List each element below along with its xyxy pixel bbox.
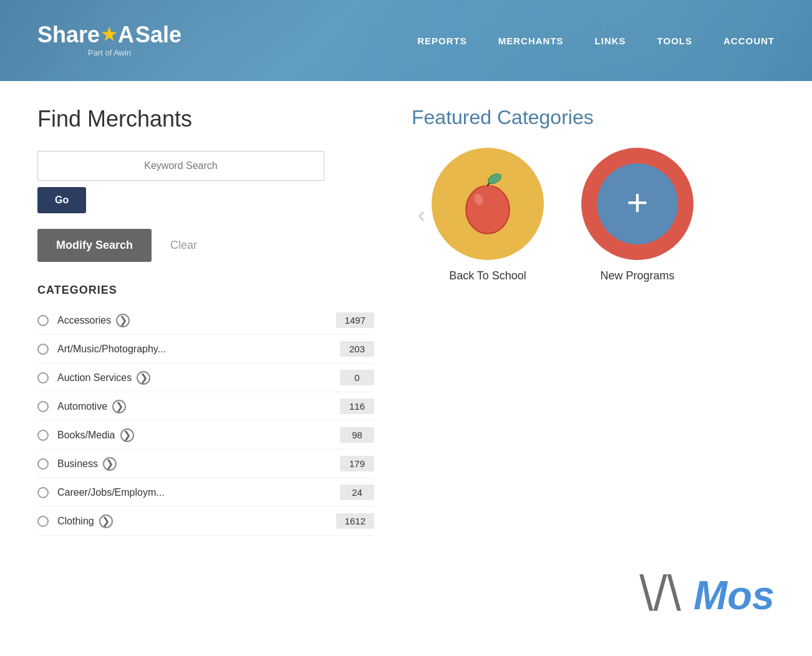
page-title: Find Merchants — [37, 106, 374, 132]
category-name: Automotive❯ — [57, 400, 340, 413]
search-input[interactable] — [37, 151, 324, 181]
list-item[interactable]: Business❯179 — [37, 450, 374, 478]
category-arrow-icon[interactable]: ❯ — [116, 314, 130, 327]
categories-label: CATEGORIES — [37, 284, 374, 297]
category-arrow-icon[interactable]: ❯ — [120, 428, 134, 442]
category-radio[interactable] — [37, 372, 49, 383]
logo-part1: Share — [37, 24, 100, 46]
category-count: 179 — [340, 456, 374, 471]
nav-merchants[interactable]: MERCHANTS — [498, 36, 564, 46]
category-name: Career/Jobs/Employm... — [57, 487, 340, 498]
category-arrow-icon[interactable]: ❯ — [99, 514, 113, 528]
modify-search-button[interactable]: Modify Search — [37, 229, 152, 262]
back-to-school-label: Back To School — [449, 269, 526, 282]
category-radio[interactable] — [37, 344, 49, 355]
partial-logos: \/\ Mos — [639, 569, 775, 619]
category-radio[interactable] — [37, 487, 49, 498]
card-new-programs[interactable]: + New Programs — [581, 148, 694, 282]
featured-categories-title: Featured Categories — [412, 106, 775, 129]
left-panel: Find Merchants Go Modify Search Clear CA… — [37, 106, 374, 536]
nav-tools[interactable]: TOOLS — [657, 36, 692, 46]
list-item[interactable]: Clothing❯1612 — [37, 507, 374, 536]
category-list: Accessories❯1497Art/Music/Photography...… — [37, 306, 374, 536]
category-radio[interactable] — [37, 458, 49, 470]
nav-links[interactable]: LINKS — [595, 36, 626, 46]
go-button[interactable]: Go — [37, 187, 86, 213]
category-name: Clothing❯ — [57, 514, 336, 528]
logo-part3: Sale — [135, 24, 181, 46]
logo-part2: A — [118, 24, 134, 46]
list-item[interactable]: Career/Jobs/Employm...24 — [37, 478, 374, 507]
category-radio[interactable] — [37, 401, 49, 412]
apple-icon — [453, 170, 522, 238]
category-name: Books/Media❯ — [57, 428, 340, 442]
category-name: Business❯ — [57, 457, 340, 471]
category-count: 1497 — [336, 312, 374, 328]
list-item[interactable]: Auction Services❯0 — [37, 364, 374, 392]
category-count: 116 — [340, 398, 374, 414]
partial-logo-text: Mos — [694, 572, 775, 619]
plus-icon: + — [626, 184, 648, 221]
category-cards: Back To School + New Programs — [432, 148, 694, 282]
list-item[interactable]: Accessories❯1497 — [37, 306, 374, 335]
nav-reports[interactable]: REPORTS — [417, 36, 467, 46]
category-count: 1612 — [336, 513, 374, 529]
list-item[interactable]: Art/Music/Photography...203 — [37, 335, 374, 364]
category-count: 24 — [340, 485, 374, 500]
clear-button[interactable]: Clear — [170, 239, 197, 252]
category-count: 203 — [340, 341, 374, 357]
main-nav: REPORTS MERCHANTS LINKS TOOLS ACCOUNT — [417, 36, 775, 46]
new-programs-circle: + — [581, 148, 694, 260]
new-programs-inner-circle: + — [597, 163, 678, 244]
category-arrow-icon[interactable]: ❯ — [103, 457, 117, 471]
list-item[interactable]: Automotive❯116 — [37, 392, 374, 421]
logo-text: Share★ASale — [37, 24, 181, 46]
category-radio[interactable] — [37, 516, 49, 527]
logo-subtitle: Part of Awin — [88, 48, 131, 57]
carousel-prev-arrow[interactable]: ‹ — [412, 196, 432, 234]
category-name: Accessories❯ — [57, 314, 336, 327]
category-radio[interactable] — [37, 315, 49, 326]
card-back-to-school[interactable]: Back To School — [432, 148, 544, 282]
featured-categories-section: ‹ — [412, 148, 775, 282]
category-count: 98 — [340, 427, 374, 443]
new-programs-label: New Programs — [600, 269, 674, 282]
category-count: 0 — [340, 370, 374, 385]
nav-account[interactable]: ACCOUNT — [723, 36, 775, 46]
logo-star-icon: ★ — [101, 26, 117, 44]
right-panel: Featured Categories ‹ — [412, 106, 775, 536]
category-arrow-icon[interactable]: ❯ — [112, 400, 126, 413]
search-actions: Modify Search Clear — [37, 229, 374, 262]
category-radio[interactable] — [37, 430, 49, 441]
back-to-school-circle — [432, 148, 544, 260]
category-name: Auction Services❯ — [57, 371, 340, 385]
list-item[interactable]: Books/Media❯98 — [37, 421, 374, 450]
category-name: Art/Music/Photography... — [57, 344, 340, 355]
category-arrow-icon[interactable]: ❯ — [137, 371, 150, 385]
partial-logo-shape: \/\ — [639, 569, 681, 619]
header: Share★ASale Part of Awin REPORTS MERCHAN… — [0, 0, 812, 81]
main-content: Find Merchants Go Modify Search Clear CA… — [0, 81, 812, 561]
logo[interactable]: Share★ASale Part of Awin — [37, 24, 181, 57]
